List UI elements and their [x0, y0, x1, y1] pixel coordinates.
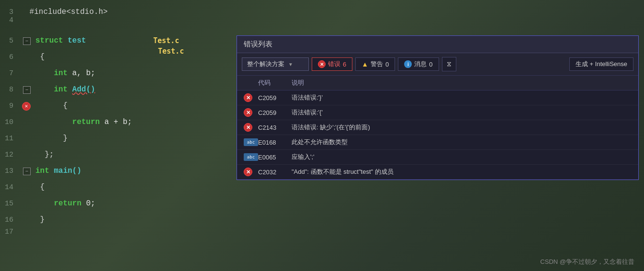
row-desc-3: 此处不允许函数类型 [292, 138, 632, 147]
line-num-11: 11 [0, 135, 18, 143]
row-desc-1: 语法错误:'{' [292, 108, 632, 117]
row-icon-0: ✕ [244, 93, 258, 102]
line-num-7: 7 [0, 69, 18, 78]
code-line-9: 9 ✕ { [0, 98, 235, 114]
line-num-16: 16 [0, 216, 18, 224]
error-gutter-icon-9: ✕ [22, 102, 31, 111]
chevron-down-icon: ▼ [288, 62, 293, 67]
row-code-1: C2059 [258, 109, 292, 116]
error-count-badge[interactable]: ✕ 错误 6 [312, 57, 352, 71]
row-code-4: E0065 [258, 154, 292, 161]
build-button[interactable]: 生成 + IntelliSense [569, 57, 633, 71]
error-table-header: 代码 说明 [237, 76, 638, 90]
code-line-16: 16 } [0, 212, 235, 228]
row-code-2: C2143 [258, 124, 292, 131]
line-num-5: 5 [0, 37, 18, 45]
warning-label: 警告 [371, 60, 383, 68]
row-desc-4: 应输入';' [292, 153, 632, 161]
code-line-3: 3 #include<stdio.h> [0, 0, 235, 16]
code-line-12: 12 }; [0, 147, 235, 163]
row-desc-0: 语法错误:'}' [292, 93, 632, 102]
row-code-0: C2059 [258, 94, 292, 102]
collapse-btn-13[interactable]: − [23, 168, 31, 175]
line-num-3: 3 [0, 8, 18, 16]
code-line-6: 6 { [0, 49, 235, 65]
row-icon-5: ✕ [244, 168, 258, 176]
build-label: 生成 + IntelliSense [576, 60, 627, 68]
error-row-3[interactable]: abc E0168 此处不允许函数类型 [237, 135, 638, 150]
collapse-btn-5[interactable]: − [23, 37, 31, 45]
error-row-5[interactable]: ✕ C2032 "Add": 函数不能是 struct"test" 的成员 [237, 165, 638, 180]
line-num-14: 14 [0, 183, 18, 192]
col-code-header: 代码 [258, 79, 292, 87]
code-line-13: 13 − int main() [0, 163, 235, 179]
error-label: 错误 [328, 60, 340, 68]
line-num-4: 4 [0, 16, 18, 24]
scope-dropdown[interactable]: 整个解决方案 ▼ [242, 57, 309, 71]
code-line-11: 11 } [0, 130, 235, 147]
code-text-10: return a + b; [33, 114, 132, 130]
error-row-0[interactable]: ✕ C2059 语法错误:'}' [237, 90, 638, 105]
code-text-7: int a, b; [33, 65, 95, 81]
error-icon-5: ✕ [244, 168, 252, 176]
row-icon-3: abc [244, 138, 258, 146]
warning-count: 0 [385, 61, 389, 68]
col-desc-header: 说明 [292, 79, 632, 87]
error-icon-0: ✕ [244, 93, 252, 102]
code-line-5: 5 − struct test Test.c [0, 33, 235, 49]
collapse-btn-8[interactable]: − [23, 86, 31, 94]
code-text-12: }; [33, 147, 54, 163]
line-num-6: 6 [0, 53, 18, 61]
code-text-6: { [33, 49, 45, 65]
error-panel: 错误列表 整个解决方案 ▼ ✕ 错误 6 ▲ 警告 0 i 消息 0 ⧖ [237, 35, 639, 180]
warning-count-badge[interactable]: ▲ 警告 0 [355, 57, 395, 71]
code-text-13: int main() [33, 163, 81, 179]
error-toolbar: 整个解决方案 ▼ ✕ 错误 6 ▲ 警告 0 i 消息 0 ⧖ 生成 + Int… [237, 53, 638, 76]
code-line-10: 10 return a + b; [0, 114, 235, 130]
filter-button[interactable]: ⧖ [442, 57, 456, 71]
line-num-13: 13 [0, 167, 18, 175]
row-desc-5: "Add": 函数不能是 struct"test" 的成员 [292, 168, 632, 176]
warning-icon: ▲ [362, 60, 368, 68]
error-row-1[interactable]: ✕ C2059 语法错误:'{' [237, 105, 638, 120]
code-text-9: { [33, 98, 68, 114]
col-indicator-header [244, 79, 258, 87]
scope-label: 整个解决方案 [247, 60, 284, 68]
line-num-9: 9 [0, 102, 18, 110]
code-line-8: 8 − int Add() [0, 81, 235, 98]
error-panel-title: 错误列表 [244, 40, 272, 48]
info-label: 消息 [414, 60, 427, 68]
error-list: ✕ C2059 语法错误:'}' ✕ C2059 语法错误:'{' ✕ C214… [237, 90, 638, 180]
code-text-3: #include<stdio.h> [22, 4, 108, 20]
filename-label: Test.c [153, 36, 179, 45]
row-code-3: E0168 [258, 139, 292, 146]
error-row-4[interactable]: abc E0065 应输入';' [237, 150, 638, 165]
row-icon-4: abc [244, 153, 258, 161]
error-row-2[interactable]: ✕ C2143 语法错误: 缺少';'(在'{'的前面) [237, 120, 638, 135]
filename-tab: Test.c [158, 47, 184, 56]
code-text-5: struct test [33, 33, 86, 49]
filter-icon: ⧖ [447, 60, 452, 68]
info-count: 0 [429, 61, 432, 68]
line-num-8: 8 [0, 86, 18, 94]
code-line-15: 15 return 0; [0, 195, 235, 212]
row-desc-2: 语法错误: 缺少';'(在'{'的前面) [292, 123, 632, 132]
code-text-14: { [33, 179, 45, 195]
row-code-5: C2032 [258, 169, 292, 176]
error-count: 6 [343, 61, 346, 68]
line-num-12: 12 [0, 151, 18, 159]
info-icon: i [404, 60, 412, 68]
error-icon-badge: ✕ [318, 60, 326, 68]
error-panel-header: 错误列表 [237, 36, 638, 53]
abc-icon-4: abc [244, 153, 258, 161]
abc-icon-3: abc [244, 138, 258, 146]
code-line-17: 17 [0, 228, 235, 244]
code-text-8: int Add() [33, 81, 95, 98]
row-icon-1: ✕ [244, 108, 258, 117]
row-icon-2: ✕ [244, 123, 258, 132]
line-num-15: 15 [0, 200, 18, 208]
info-count-badge[interactable]: i 消息 0 [398, 57, 439, 71]
line-num-10: 10 [0, 118, 18, 126]
error-icon-1: ✕ [244, 108, 252, 117]
line-num-17: 17 [0, 228, 18, 236]
